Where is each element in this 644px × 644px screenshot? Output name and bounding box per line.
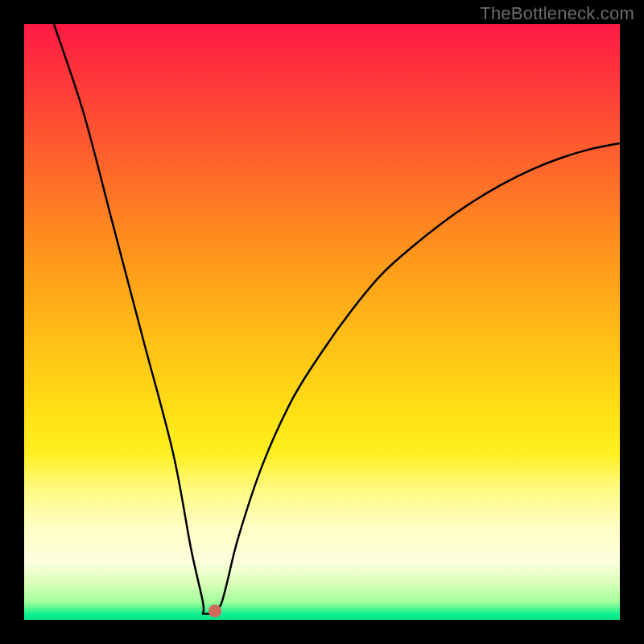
curve-svg xyxy=(24,24,620,620)
optimal-point-marker xyxy=(208,605,221,617)
chart-container: TheBottleneck.com xyxy=(0,0,644,644)
bottleneck-curve xyxy=(54,24,620,614)
watermark-text: TheBottleneck.com xyxy=(480,3,634,24)
plot-area xyxy=(24,24,620,620)
